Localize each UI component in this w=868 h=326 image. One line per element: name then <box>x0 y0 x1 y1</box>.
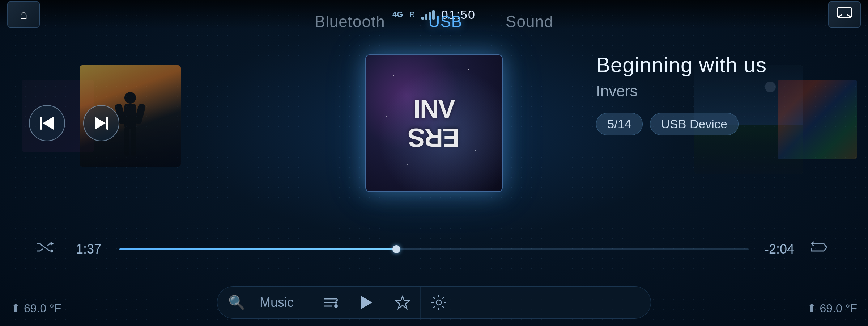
play-button[interactable] <box>348 286 384 319</box>
track-title: Beginning with us <box>596 53 767 77</box>
track-meta: 5/14 USB Device <box>596 113 767 135</box>
track-number-badge: 5/14 <box>596 113 642 135</box>
settings-button[interactable] <box>421 286 457 319</box>
playback-controls <box>29 105 119 141</box>
track-artist: Invers <box>596 83 767 100</box>
search-label: Music <box>252 295 301 310</box>
time-current: 1:37 <box>72 242 105 257</box>
progress-thumb[interactable] <box>392 245 400 253</box>
progress-area: 1:37 -2:04 <box>36 241 832 257</box>
next-button[interactable] <box>83 105 119 141</box>
tab-usb[interactable]: USB <box>421 9 469 34</box>
svg-marker-16 <box>361 296 372 309</box>
search-icon[interactable]: 🔍 <box>228 294 245 310</box>
progress-bar[interactable] <box>119 248 749 250</box>
svg-rect-9 <box>106 117 109 130</box>
progress-fill <box>119 248 396 250</box>
svg-rect-7 <box>40 117 42 130</box>
time-remaining: -2:04 <box>763 242 796 257</box>
playlist-button[interactable] <box>312 286 348 319</box>
search-section: 🔍 Music <box>217 294 312 310</box>
album-art-text: INV ERS <box>408 95 460 152</box>
tab-sound[interactable]: Sound <box>498 9 561 34</box>
main-album-art[interactable]: INV ERS <box>365 54 503 192</box>
repeat-button[interactable] <box>810 241 832 257</box>
favorite-button[interactable] <box>384 286 421 319</box>
svg-marker-17 <box>396 296 409 309</box>
album-art-far-right[interactable] <box>778 80 857 159</box>
svg-point-14 <box>334 304 338 308</box>
svg-marker-10 <box>95 117 106 130</box>
navigation-tabs: Bluetooth USB Sound <box>0 5 868 34</box>
track-info: Beginning with us Invers 5/14 USB Device <box>596 53 767 135</box>
bottom-controls: 🔍 Music <box>217 286 651 319</box>
temperature-left: ⬆ 69.0 °F <box>11 301 61 315</box>
svg-point-18 <box>436 300 441 305</box>
track-device-badge: USB Device <box>650 113 739 135</box>
temperature-right: ⬆ 69.0 °F <box>807 301 857 315</box>
shuffle-button[interactable] <box>36 241 58 257</box>
bottom-bar: 🔍 Music <box>0 279 868 326</box>
svg-marker-8 <box>43 117 54 130</box>
tab-bluetooth[interactable]: Bluetooth <box>307 9 392 34</box>
previous-button[interactable] <box>29 105 65 141</box>
